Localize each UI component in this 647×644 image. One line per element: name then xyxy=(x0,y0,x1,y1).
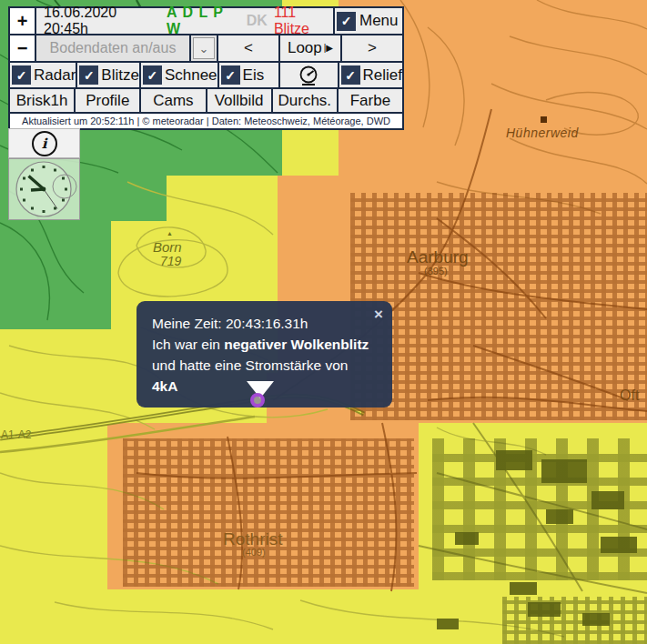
prev-frame-button[interactable]: < xyxy=(218,35,278,61)
loop-button[interactable]: Loop |▶ xyxy=(280,35,340,61)
next-frame-button[interactable]: > xyxy=(342,35,402,61)
bodendaten-button[interactable]: Bodendaten an/aus xyxy=(36,35,189,61)
toggle-radar[interactable]: ✓ Radar xyxy=(10,63,76,87)
loop-label: Loop xyxy=(288,39,322,57)
app-window: Hühnerweid Aarburg (395) Born 719 ▲ Roth… xyxy=(0,0,647,644)
map-label-born: Born xyxy=(153,239,182,255)
toggle-eis[interactable]: ✓ Eis xyxy=(219,63,278,87)
region-dk: DK xyxy=(247,13,268,29)
check-icon[interactable]: ✓ xyxy=(12,65,31,85)
region-letters: A D L P W xyxy=(167,5,240,37)
farbe-button[interactable]: Farbe xyxy=(339,89,402,112)
map-label-rothrist-elevation: (409) xyxy=(242,547,266,558)
toggle-relief[interactable]: ✓ Relief xyxy=(339,63,402,87)
datetime-bar: 16.06.2020 20:45h A D L P W DK 111 Blitz… xyxy=(36,8,333,34)
zoom-out-button[interactable]: − xyxy=(10,35,35,61)
menu-label: Menu xyxy=(359,12,399,30)
info-button[interactable]: i xyxy=(8,128,80,158)
urban-texture-aarburg xyxy=(350,193,647,420)
datetime-label: 16.06.2020 20:45h xyxy=(44,5,160,37)
tooltip-time-line: Meine Zeit: 20:43:16.31h xyxy=(152,313,378,334)
lightning-strike-marker[interactable] xyxy=(250,393,265,408)
clock-widget[interactable] xyxy=(8,158,80,220)
toggle-radar-label: Radar xyxy=(34,66,76,85)
chevron-down-icon[interactable]: ⌄ xyxy=(193,37,215,59)
zoom-in-button[interactable]: + xyxy=(10,8,35,34)
urban-texture-industrial xyxy=(432,438,647,580)
map-label-huehnerweid: Hühnerweid xyxy=(506,126,579,140)
toggle-eis-label: Eis xyxy=(243,66,265,85)
map-label-born-elevation: 719 xyxy=(160,254,181,268)
blitze-count: 111 Blitze xyxy=(274,5,333,37)
toggle-schnee[interactable]: ✓ Schnee xyxy=(141,63,217,87)
urban-texture-rothrist xyxy=(123,438,414,587)
tooltip-type-line: Ich war ein negativer Wolkenblitz xyxy=(152,334,378,355)
check-icon[interactable]: ✓ xyxy=(341,65,360,85)
info-icon: i xyxy=(32,131,57,156)
map-label-highway: A1-A2 xyxy=(1,428,31,441)
check-icon[interactable]: ✓ xyxy=(221,65,240,85)
menu-toggle[interactable]: ✓ Menu xyxy=(335,8,402,34)
toolbar: + 16.06.2020 20:45h A D L P W DK 111 Bli… xyxy=(8,6,404,130)
cams-button[interactable]: Cams xyxy=(141,89,205,112)
map-label-aarburg-elevation: (395) xyxy=(424,266,448,277)
toggle-relief-label: Relief xyxy=(363,66,402,85)
map-label-oftringen: Oft xyxy=(620,387,639,404)
brisk1h-button[interactable]: Brisk1h xyxy=(10,89,74,112)
map-label-aarburg: Aarburg xyxy=(407,247,469,267)
toggle-blitze-label: Blitze xyxy=(101,66,139,85)
check-icon[interactable]: ✓ xyxy=(337,12,356,31)
attribution-bar: Aktualisiert um 20:52:11h | © meteoradar… xyxy=(10,114,402,128)
close-icon[interactable]: × xyxy=(374,304,383,325)
profile-button[interactable]: Profile xyxy=(76,89,139,112)
analog-clock-icon xyxy=(9,159,79,219)
check-icon[interactable]: ✓ xyxy=(143,65,162,85)
peak-icon: ▲ xyxy=(167,230,173,236)
gauge-button[interactable] xyxy=(280,63,338,87)
toggle-schnee-label: Schnee xyxy=(165,66,217,85)
durchs-button[interactable]: Durchs. xyxy=(273,89,337,112)
toggle-blitze[interactable]: ✓ Blitze xyxy=(77,63,139,87)
gauge-icon xyxy=(295,65,322,86)
check-icon[interactable]: ✓ xyxy=(79,65,98,85)
urban-texture-bottom xyxy=(502,597,647,644)
bodendaten-dropdown[interactable]: ⌄ xyxy=(191,35,217,61)
house-icon xyxy=(541,116,547,123)
vollbild-button[interactable]: Vollbild xyxy=(207,89,271,112)
